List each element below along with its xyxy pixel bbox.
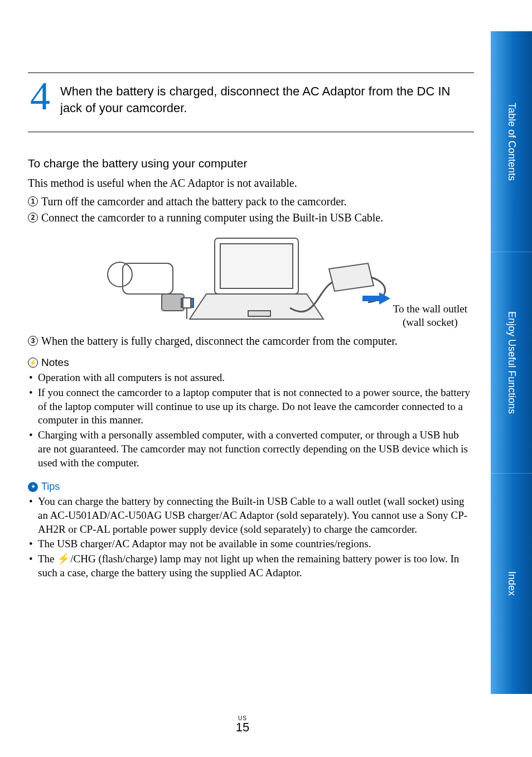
tips-heading-text: Tips <box>41 481 60 493</box>
notes-list: Operation with all computers is not assu… <box>28 371 474 470</box>
tips-bullet: The ⚡/CHG (flash/charge) lamp may not li… <box>28 552 474 580</box>
tips-list: You can charge the battery by connecting… <box>28 495 474 580</box>
sidebar-tabs: Table of Contents Enjoy Useful Functions… <box>491 31 532 694</box>
footer-page-number: 15 <box>0 720 485 735</box>
svg-rect-9 <box>248 311 270 316</box>
svg-marker-10 <box>329 263 374 291</box>
illus-label-line1: To the wall outlet <box>393 302 467 316</box>
notes-heading-text: Notes <box>41 356 69 369</box>
circled-number-icon: 1 <box>28 196 38 206</box>
notes-bullet: Charging with a personally assembled com… <box>28 428 474 470</box>
list-item: 3 When the battery is fully charged, dis… <box>28 334 474 349</box>
tips-icon: ✦ <box>28 482 38 492</box>
svg-rect-4 <box>183 298 191 308</box>
list-item: 2 Connect the camcorder to a running com… <box>28 210 474 225</box>
numbered-list-cont: 3 When the battery is fully charged, dis… <box>28 334 474 349</box>
list-item-text: When the battery is fully charged, disco… <box>41 334 398 349</box>
list-item-text: Connect the camcorder to a running compu… <box>41 210 383 225</box>
illustration: To the wall outlet (wall socket) <box>28 230 474 330</box>
tab-enjoy-useful-functions[interactable]: Enjoy Useful Functions <box>491 252 532 472</box>
list-item: 1 Turn off the camcorder and attach the … <box>28 194 474 209</box>
tips-heading: ✦ Tips <box>28 481 474 493</box>
svg-point-1 <box>108 262 132 287</box>
circled-number-icon: 3 <box>28 336 38 346</box>
svg-rect-11 <box>362 296 379 301</box>
numbered-list: 1 Turn off the camcorder and attach the … <box>28 194 474 225</box>
rule-top <box>28 73 474 73</box>
tips-bullet: You can charge the battery by connecting… <box>28 495 474 536</box>
circled-number-icon: 2 <box>28 213 38 223</box>
step-text: When the battery is charged, disconnect … <box>60 81 474 116</box>
illustration-label: To the wall outlet (wall socket) <box>393 302 467 329</box>
notes-bullet: Operation with all computers is not assu… <box>28 371 474 385</box>
page-footer: US 15 <box>0 715 485 735</box>
illus-label-line2: (wall socket) <box>393 316 467 329</box>
step-number: 4 <box>28 81 52 111</box>
step-4-row: 4 When the battery is charged, disconnec… <box>28 81 474 132</box>
section-heading: To charge the battery using your compute… <box>28 157 474 170</box>
notes-bullet: If you connect the camcorder to a laptop… <box>28 386 474 427</box>
tab-table-of-contents[interactable]: Table of Contents <box>491 31 532 252</box>
list-item-text: Turn off the camcorder and attach the ba… <box>41 194 347 209</box>
tab-index[interactable]: Index <box>491 473 532 694</box>
notes-heading: ⚡ Notes <box>28 356 474 369</box>
notes-icon: ⚡ <box>28 358 38 368</box>
svg-rect-8 <box>220 244 293 288</box>
content-area: 4 When the battery is charged, disconnec… <box>28 73 474 581</box>
section-intro: This method is useful when the AC Adapto… <box>28 176 474 191</box>
bolt-icon: ⚡ <box>29 360 37 366</box>
tips-bullet: The USB charger/AC Adaptor may not be av… <box>28 537 474 551</box>
page-root: 4 When the battery is charged, disconnec… <box>0 0 532 757</box>
